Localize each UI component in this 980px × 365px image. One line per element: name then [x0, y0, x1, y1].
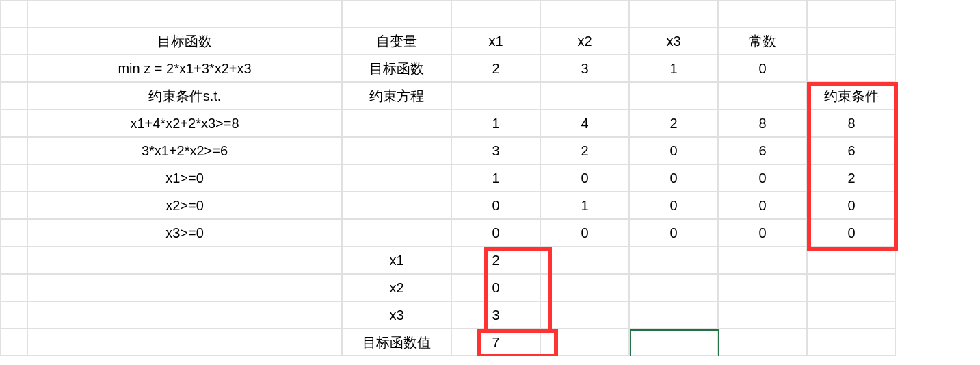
cell[interactable]	[718, 329, 807, 356]
cell[interactable]: 0	[718, 192, 807, 219]
constant-header[interactable]: 常数	[718, 27, 807, 55]
cell[interactable]	[27, 329, 342, 356]
constraint-result-4[interactable]: 0	[807, 192, 896, 219]
cell[interactable]	[0, 164, 27, 192]
cell[interactable]	[807, 0, 896, 27]
cell[interactable]	[0, 110, 27, 137]
cell[interactable]	[0, 219, 27, 247]
cell[interactable]: 1	[451, 110, 540, 137]
cell[interactable]: 0	[540, 164, 629, 192]
cell[interactable]: 3	[451, 137, 540, 164]
cell[interactable]	[540, 82, 629, 110]
cell[interactable]: 1	[451, 164, 540, 192]
cell[interactable]	[718, 247, 807, 274]
cell[interactable]	[342, 137, 451, 164]
cell[interactable]: 0	[451, 192, 540, 219]
cell[interactable]	[27, 301, 342, 329]
cell[interactable]: 0	[629, 192, 718, 219]
x1-value[interactable]: 2	[451, 247, 540, 274]
cell[interactable]: 0	[629, 164, 718, 192]
cell[interactable]	[807, 27, 896, 55]
cell[interactable]: 2	[629, 110, 718, 137]
constraint-3[interactable]: x1>=0	[27, 164, 342, 192]
objective-value[interactable]: 7	[451, 329, 540, 356]
cell[interactable]: 0	[540, 219, 629, 247]
constraint-equation-label[interactable]: 约束方程	[342, 82, 451, 110]
cell[interactable]	[0, 301, 27, 329]
cell[interactable]	[718, 274, 807, 301]
x1-header[interactable]: x1	[451, 27, 540, 55]
x2-header[interactable]: x2	[540, 27, 629, 55]
cell[interactable]	[540, 274, 629, 301]
cell[interactable]: 3	[540, 55, 629, 82]
cell[interactable]	[27, 247, 342, 274]
constraint-5[interactable]: x3>=0	[27, 219, 342, 247]
cell[interactable]: 1	[629, 55, 718, 82]
objective-function-formula[interactable]: min z = 2*x1+3*x2+x3	[27, 55, 342, 82]
cell[interactable]	[718, 82, 807, 110]
cell[interactable]	[0, 274, 27, 301]
cell[interactable]: 2	[451, 55, 540, 82]
cell[interactable]	[718, 301, 807, 329]
cell[interactable]	[629, 329, 718, 356]
cell[interactable]: 4	[540, 110, 629, 137]
cell[interactable]	[540, 0, 629, 27]
cell[interactable]	[629, 274, 718, 301]
cell[interactable]: 6	[718, 137, 807, 164]
cell[interactable]	[807, 55, 896, 82]
constraint-result-2[interactable]: 6	[807, 137, 896, 164]
cell[interactable]: 0	[629, 219, 718, 247]
cell[interactable]	[0, 247, 27, 274]
cell[interactable]	[540, 247, 629, 274]
constraint-result-3[interactable]: 2	[807, 164, 896, 192]
constraint-1[interactable]: x1+4*x2+2*x3>=8	[27, 110, 342, 137]
cell[interactable]	[342, 219, 451, 247]
cell[interactable]	[807, 274, 896, 301]
cell[interactable]	[0, 27, 27, 55]
constraint-2[interactable]: 3*x1+2*x2>=6	[27, 137, 342, 164]
cell[interactable]	[629, 0, 718, 27]
cell[interactable]	[342, 110, 451, 137]
x1-label[interactable]: x1	[342, 247, 451, 274]
x2-label[interactable]: x2	[342, 274, 451, 301]
cell[interactable]	[27, 0, 342, 27]
cell[interactable]	[342, 192, 451, 219]
constraints-header[interactable]: 约束条件s.t.	[27, 82, 342, 110]
cell[interactable]: 2	[540, 137, 629, 164]
cell[interactable]: 0	[718, 219, 807, 247]
cell[interactable]	[451, 82, 540, 110]
constraint-condition-header[interactable]: 约束条件	[807, 82, 896, 110]
cell[interactable]	[807, 301, 896, 329]
constraint-result-5[interactable]: 0	[807, 219, 896, 247]
cell[interactable]	[0, 329, 27, 356]
x3-header[interactable]: x3	[629, 27, 718, 55]
cell[interactable]	[0, 192, 27, 219]
cell[interactable]	[0, 137, 27, 164]
objective-value-label[interactable]: 目标函数值	[342, 329, 451, 356]
cell[interactable]	[342, 164, 451, 192]
variable-header[interactable]: 自变量	[342, 27, 451, 55]
objective-function-label[interactable]: 目标函数	[342, 55, 451, 82]
cell[interactable]	[0, 0, 27, 27]
cell[interactable]	[451, 0, 540, 27]
cell[interactable]	[807, 247, 896, 274]
constraint-result-1[interactable]: 8	[807, 110, 896, 137]
cell[interactable]	[718, 0, 807, 27]
cell[interactable]: 0	[718, 55, 807, 82]
cell[interactable]: 1	[540, 192, 629, 219]
objective-function-header[interactable]: 目标函数	[27, 27, 342, 55]
cell[interactable]	[807, 329, 896, 356]
cell[interactable]: 0	[718, 164, 807, 192]
x3-label[interactable]: x3	[342, 301, 451, 329]
cell[interactable]	[540, 301, 629, 329]
cell[interactable]	[0, 82, 27, 110]
cell[interactable]: 0	[629, 137, 718, 164]
x3-value[interactable]: 3	[451, 301, 540, 329]
cell[interactable]	[540, 329, 629, 356]
x2-value[interactable]: 0	[451, 274, 540, 301]
cell[interactable]	[342, 0, 451, 27]
cell[interactable]	[629, 247, 718, 274]
cell[interactable]: 8	[718, 110, 807, 137]
constraint-4[interactable]: x2>=0	[27, 192, 342, 219]
cell[interactable]: 0	[451, 219, 540, 247]
